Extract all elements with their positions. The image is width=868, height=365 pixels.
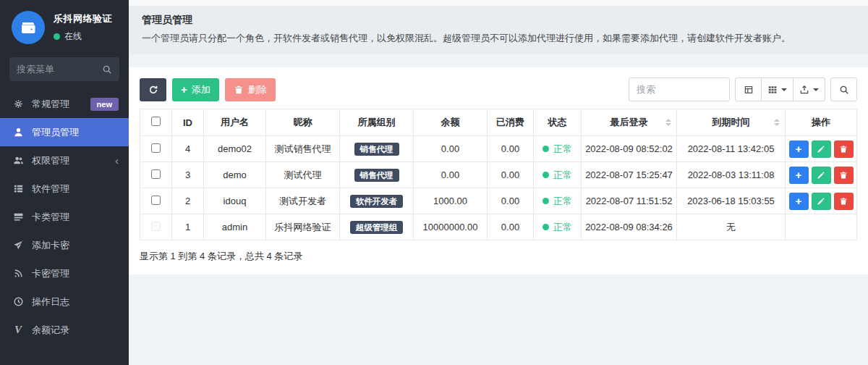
sidebar-item-add-card[interactable]: 添加卡密	[0, 231, 129, 259]
page-description: 一个管理员请只分配一个角色，开软件发者或销售代理，以免权限混乱。超级管理员不可以…	[142, 32, 855, 45]
sidebar-item-admins[interactable]: 管理员管理	[0, 118, 129, 146]
row-add-button[interactable]: +	[789, 167, 809, 184]
search-icon	[102, 64, 112, 75]
new-badge: new	[90, 98, 119, 111]
cell-id: 3	[172, 162, 204, 188]
cell-last-login: 2022-08-09 08:34:26	[582, 214, 677, 240]
sidebar: 乐抖网络验证 在线 常规管理 new	[0, 0, 129, 365]
plus-icon: +	[796, 143, 802, 154]
refresh-button[interactable]	[140, 78, 166, 101]
pencil-icon	[817, 197, 825, 206]
toggle-view-button[interactable]	[735, 77, 762, 101]
col-header-expire[interactable]: 到期时间	[677, 109, 786, 136]
group-badge: 超级管理组	[350, 221, 404, 234]
row-checkbox[interactable]	[151, 143, 161, 153]
cell-nickname: 测试销售代理	[266, 136, 340, 162]
online-dot-icon	[54, 33, 60, 40]
users-icon	[12, 155, 24, 167]
sidebar-item-label: 卡类管理	[32, 211, 119, 224]
columns-button[interactable]	[762, 77, 793, 101]
menu-search	[9, 57, 119, 81]
online-status: 在线	[54, 30, 112, 43]
plus-icon: +	[796, 169, 802, 180]
cell-expire: 2022-08-03 13:11:08	[677, 162, 786, 188]
col-header-consumed: 已消费	[488, 109, 534, 136]
sidebar-item-general[interactable]: 常规管理 new	[0, 90, 129, 118]
cell-id: 2	[172, 188, 204, 214]
menu-search-input[interactable]	[17, 64, 102, 75]
row-checkbox[interactable]	[151, 169, 161, 179]
pagination-info: 显示第 1 到第 4 条记录，总共 4 条记录	[140, 250, 857, 263]
status-dot-icon	[542, 198, 549, 204]
sidebar-menu: 常规管理 new 管理员管理 权限管理 ‹ 软件管理	[0, 90, 129, 344]
cell-balance: 10000000.00	[414, 214, 488, 240]
cell-actions-empty	[786, 214, 857, 240]
cell-username: idouq	[204, 188, 266, 214]
table-header-row: ID 用户名 昵称 所属组别 余额 已消费 状态 最后登录 到期时间	[140, 109, 857, 136]
table-search-input[interactable]	[629, 77, 730, 101]
row-add-button[interactable]: +	[789, 193, 809, 210]
caret-down-icon	[781, 88, 787, 91]
table-row: 4 demo02 测试销售代理 销售代理 0.00 0.00 正常 2022-0…	[140, 136, 857, 162]
columns-grid-icon	[767, 85, 778, 95]
export-icon	[799, 85, 809, 95]
row-edit-button[interactable]	[812, 193, 831, 210]
cell-username: demo02	[204, 136, 266, 162]
sidebar-item-card-keys[interactable]: 卡密管理	[0, 259, 129, 288]
trash-icon	[839, 145, 848, 154]
brand-text: 乐抖网络验证 在线	[54, 12, 112, 43]
export-button[interactable]	[793, 77, 825, 101]
cell-nickname: 测试开发者	[266, 188, 340, 214]
status-dot-icon	[542, 172, 549, 178]
status-badge: 正常	[542, 221, 572, 234]
row-edit-button[interactable]	[812, 140, 831, 158]
row-delete-button[interactable]	[834, 140, 854, 158]
sidebar-item-balance[interactable]: V 余额记录	[0, 316, 129, 344]
trash-icon	[839, 171, 848, 180]
select-all-checkbox[interactable]	[151, 117, 161, 126]
row-delete-button[interactable]	[834, 193, 854, 210]
toolbar-right	[629, 77, 857, 101]
col-header-actions: 操作	[786, 109, 857, 136]
caret-down-icon	[813, 88, 819, 91]
toolbar-left: + 添加 删除	[140, 78, 276, 101]
col-header-last-login[interactable]: 最后登录	[582, 109, 677, 136]
app-root: 乐抖网络验证 在线 常规管理 new	[0, 0, 868, 365]
table-row: 3 demo 测试代理 销售代理 0.00 0.00 正常 2022-08-07…	[140, 162, 857, 188]
row-add-button[interactable]: +	[789, 140, 809, 158]
row-checkbox[interactable]	[151, 196, 161, 205]
add-button[interactable]: + 添加	[172, 78, 219, 101]
select-all-cell	[140, 109, 172, 136]
chevron-left-icon: ‹	[115, 155, 119, 166]
table-row: 1 admin 乐抖网络验证 超级管理组 10000000.00 0.00 正常…	[140, 214, 857, 240]
sidebar-item-permissions[interactable]: 权限管理 ‹	[0, 146, 129, 175]
delete-button[interactable]: 删除	[225, 78, 276, 101]
sort-carets-icon[interactable]	[774, 119, 780, 126]
top-strip	[129, 0, 868, 6]
row-edit-button[interactable]	[812, 167, 831, 184]
status-badge: 正常	[542, 143, 572, 156]
search-button[interactable]	[830, 77, 857, 101]
admins-table: ID 用户名 昵称 所属组别 余额 已消费 状态 最后登录 到期时间	[140, 109, 857, 240]
cell-id: 4	[172, 136, 204, 162]
refresh-icon	[148, 85, 158, 95]
online-status-label: 在线	[64, 30, 82, 43]
row-actions: +	[789, 193, 854, 210]
plus-icon: +	[181, 84, 187, 95]
sidebar-item-card-types[interactable]: 卡类管理	[0, 203, 129, 231]
sidebar-item-logs[interactable]: 操作日志	[0, 288, 129, 316]
cell-consumed: 0.00	[488, 136, 534, 162]
cell-balance: 0.00	[414, 162, 488, 188]
status-dot-icon	[542, 224, 549, 230]
status-dot-icon	[542, 146, 549, 152]
sidebar-item-software[interactable]: 软件管理	[0, 175, 129, 203]
cell-last-login: 2022-08-07 11:51:52	[582, 188, 677, 214]
col-header-group: 所属组别	[340, 109, 414, 136]
row-delete-button[interactable]	[834, 167, 854, 184]
cell-expire: 2023-06-18 15:03:55	[677, 188, 786, 214]
paper-plane-icon	[12, 240, 24, 251]
sidebar-item-label: 添加卡密	[32, 239, 119, 252]
table-controls-group	[735, 77, 825, 101]
row-actions: +	[789, 140, 854, 158]
sort-carets-icon[interactable]	[665, 119, 671, 126]
